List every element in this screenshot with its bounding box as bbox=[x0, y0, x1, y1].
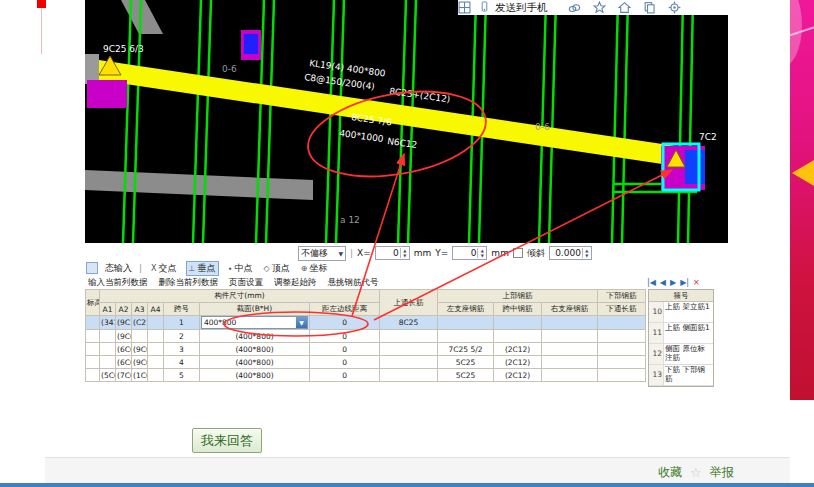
cell[interactable]: 0 bbox=[310, 343, 380, 356]
dynamic-input-label[interactable]: 态输入 bbox=[105, 262, 132, 275]
cell[interactable] bbox=[542, 316, 598, 330]
x-offset-spinner[interactable]: ▲▼ bbox=[400, 248, 409, 258]
skew-input[interactable]: 0.000 ▲▼ bbox=[549, 246, 592, 260]
cad-canvas[interactable]: 9C25 6/3 KL19(4) 400*800 C8@150/200(4) 8… bbox=[85, 0, 728, 243]
cell[interactable]: (7C0) bbox=[116, 369, 132, 382]
cell[interactable] bbox=[542, 356, 598, 369]
cell[interactable] bbox=[86, 343, 100, 356]
snap-coordinate-button[interactable]: ⊕ 坐标 bbox=[299, 262, 330, 275]
grid-icon[interactable] bbox=[458, 1, 471, 14]
cell[interactable]: (6C0) bbox=[116, 356, 132, 369]
cell[interactable]: (2C12) bbox=[494, 356, 542, 369]
cell[interactable]: (9C3) bbox=[116, 316, 132, 330]
cell[interactable] bbox=[100, 343, 116, 356]
cell[interactable]: (341) bbox=[100, 316, 116, 330]
cell[interactable]: (1C0) bbox=[132, 369, 148, 382]
snap-perpendicular-button[interactable]: ⊥ 垂点 bbox=[186, 261, 219, 276]
cell[interactable]: 0 bbox=[310, 330, 380, 343]
cell[interactable] bbox=[380, 330, 438, 343]
gear-icon[interactable] bbox=[668, 1, 681, 14]
table-row[interactable]: (6C0) (9C0) 4 (400*800) 0 5C25 (2C12) bbox=[86, 356, 646, 369]
y-offset-spinner[interactable]: ▲▼ bbox=[477, 248, 486, 258]
next-record-button[interactable]: ▶ bbox=[670, 278, 676, 287]
cell[interactable]: (C21) bbox=[132, 316, 148, 330]
last-record-button[interactable]: ▶| bbox=[680, 278, 689, 287]
cell[interactable]: (6C0) bbox=[116, 343, 132, 356]
table-row[interactable]: (341) (9C3) (C21) 1 400*800 ▼ 0 8C25 bbox=[86, 316, 646, 330]
list-item[interactable]: 11 上筋 侧面筋1 bbox=[649, 323, 713, 344]
cell[interactable]: 5 bbox=[164, 369, 200, 382]
page-setup-button[interactable]: 页面设置 bbox=[229, 277, 263, 289]
send-to-phone-button[interactable]: 发送到手机 bbox=[479, 1, 548, 15]
combo-dropdown-button[interactable]: ▼ bbox=[296, 317, 307, 328]
cell[interactable] bbox=[380, 356, 438, 369]
close-icon[interactable]: × bbox=[693, 278, 700, 287]
report-link[interactable]: 举报 bbox=[710, 464, 734, 481]
cell[interactable] bbox=[148, 369, 164, 382]
snap-vertex-button[interactable]: ◇ 顶点 bbox=[262, 262, 292, 275]
cell[interactable] bbox=[380, 343, 438, 356]
cell[interactable]: 5C25 bbox=[438, 356, 494, 369]
star-icon[interactable]: ☆ bbox=[690, 465, 702, 480]
cell[interactable] bbox=[148, 356, 164, 369]
cell[interactable] bbox=[542, 343, 598, 356]
cell[interactable]: 7C25 5/2 bbox=[438, 343, 494, 356]
cell[interactable]: (400*800) bbox=[200, 356, 310, 369]
first-record-button[interactable]: |◀ bbox=[647, 278, 656, 287]
cell[interactable] bbox=[438, 330, 494, 343]
cell[interactable] bbox=[100, 330, 116, 343]
cell[interactable] bbox=[598, 330, 646, 343]
cell[interactable] bbox=[380, 369, 438, 382]
list-item[interactable]: 13 下筋 下部钢筋 bbox=[649, 365, 713, 386]
cell[interactable]: 0 bbox=[310, 316, 380, 330]
list-item[interactable]: 10 上筋 架立筋1 bbox=[649, 302, 713, 323]
answer-button[interactable]: 我来回答 bbox=[192, 428, 262, 453]
adjust-start-span-button[interactable]: 调整起始跨 bbox=[274, 277, 317, 289]
cell[interactable]: 2 bbox=[164, 330, 200, 343]
list-item[interactable]: 12 侧面 原位标注筋 bbox=[649, 344, 713, 365]
input-current-column-button[interactable]: 输入当前列数据 bbox=[88, 277, 148, 289]
snap-midpoint-button[interactable]: ∙ 中点 bbox=[226, 262, 255, 275]
cell[interactable] bbox=[598, 356, 646, 369]
cell[interactable] bbox=[438, 316, 494, 330]
cell[interactable] bbox=[598, 343, 646, 356]
cell[interactable]: (9C0) bbox=[116, 330, 132, 343]
table-row[interactable]: (6C0) (9C0) 3 (400*800) 0 7C25 5/2 (2C12… bbox=[86, 343, 646, 356]
cell[interactable]: 3 bbox=[164, 343, 200, 356]
cell[interactable] bbox=[494, 316, 542, 330]
table-row[interactable]: (5C0) (7C0) (1C0) 5 (400*800) 0 5C25 (2C… bbox=[86, 369, 646, 382]
skew-spinner[interactable]: ▲▼ bbox=[582, 248, 591, 258]
snap-intersection-button[interactable]: X 交点 bbox=[149, 262, 178, 275]
cell[interactable] bbox=[86, 316, 100, 330]
cell[interactable]: 0 bbox=[310, 356, 380, 369]
cell[interactable]: (400*800) bbox=[200, 343, 310, 356]
prev-record-button[interactable]: ◀ bbox=[660, 278, 666, 287]
cell[interactable] bbox=[86, 330, 100, 343]
cell[interactable] bbox=[148, 316, 164, 330]
star-icon[interactable] bbox=[593, 1, 606, 14]
cell[interactable] bbox=[86, 356, 100, 369]
y-offset-input[interactable]: 0 ▲▼ bbox=[452, 246, 487, 260]
copy-icon[interactable] bbox=[643, 1, 656, 14]
home-icon[interactable] bbox=[618, 1, 631, 14]
cell[interactable]: (400*800) bbox=[200, 330, 310, 343]
cloud-icon[interactable] bbox=[568, 1, 581, 14]
delete-current-column-button[interactable]: 删除当前列数据 bbox=[159, 277, 219, 289]
cell[interactable] bbox=[132, 330, 148, 343]
cell[interactable] bbox=[148, 343, 164, 356]
favorite-link[interactable]: 收藏 bbox=[658, 464, 682, 481]
cell[interactable]: 5C25 bbox=[438, 369, 494, 382]
cell[interactable]: (9C0) bbox=[132, 343, 148, 356]
cell[interactable]: 4 bbox=[164, 356, 200, 369]
cell[interactable]: (9C0) bbox=[132, 356, 148, 369]
skew-checkbox[interactable] bbox=[513, 248, 523, 258]
cell[interactable]: 8C25 bbox=[380, 316, 438, 330]
cell[interactable]: (2C12) bbox=[494, 343, 542, 356]
cantilever-rebar-code-button[interactable]: 悬挑钢筋代号 bbox=[328, 277, 379, 289]
cell[interactable] bbox=[542, 330, 598, 343]
section-combo[interactable]: 400*800 ▼ bbox=[201, 316, 308, 329]
cell[interactable]: 0 bbox=[310, 369, 380, 382]
section-cell[interactable]: 400*800 ▼ bbox=[200, 316, 310, 330]
cell[interactable] bbox=[148, 330, 164, 343]
cell[interactable] bbox=[598, 316, 646, 330]
